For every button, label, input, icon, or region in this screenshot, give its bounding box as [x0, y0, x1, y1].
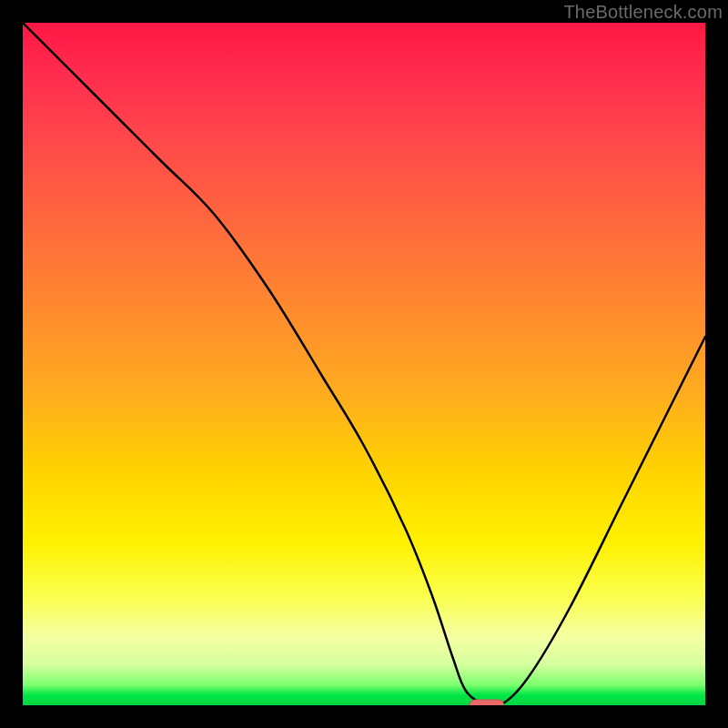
bottleneck-curve	[23, 23, 705, 705]
plot-area	[23, 23, 705, 705]
curve-layer	[23, 23, 705, 705]
watermark-text: TheBottleneck.com	[563, 2, 723, 23]
optimal-point-marker	[470, 700, 504, 705]
chart-frame: TheBottleneck.com	[0, 0, 728, 728]
